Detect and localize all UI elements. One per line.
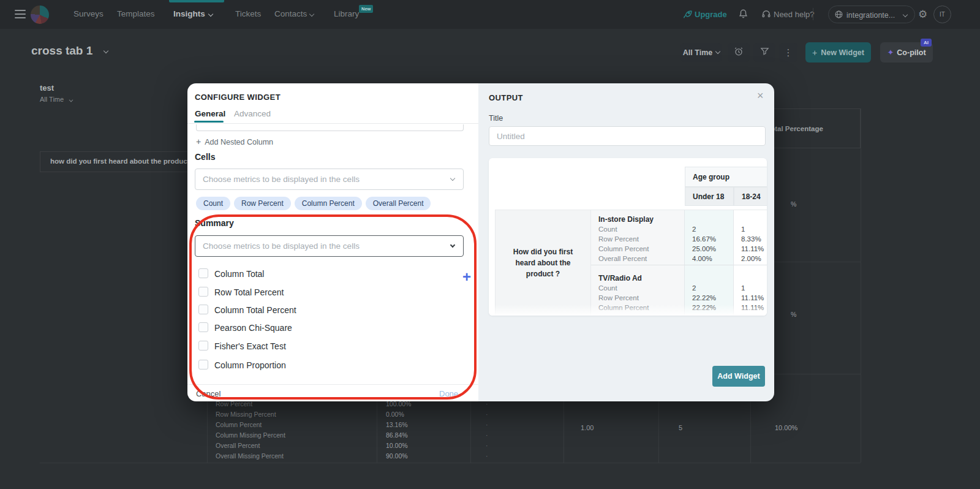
hamburger-menu-icon[interactable]: [15, 10, 26, 18]
row-header-cell: How did you first heard about the produc…: [495, 210, 591, 316]
chevron-down-icon: [715, 48, 720, 53]
cells-metrics-input[interactable]: [195, 175, 451, 184]
upgrade-button[interactable]: Upgrade: [695, 10, 727, 19]
column-header-18-24: 18-24: [742, 192, 761, 201]
app-logo[interactable]: [31, 6, 49, 24]
group-divider: [591, 265, 767, 265]
nav-item-tickets[interactable]: Tickets: [235, 9, 261, 18]
widget-title-field[interactable]: [489, 126, 766, 146]
option-column-proportion[interactable]: Column Proportion: [214, 360, 286, 370]
metric-value: 4.00%: [692, 255, 712, 262]
cancel-button[interactable]: Cancel: [196, 389, 221, 398]
new-badge: New: [359, 5, 373, 13]
add-nested-column-button[interactable]: +Add Nested Column: [196, 136, 273, 147]
crosshair-cursor: +: [462, 268, 471, 286]
account-switcher[interactable]: integrationte...: [828, 6, 915, 23]
bg-row-value: 0.00%: [386, 411, 404, 418]
column-header-cell: 18-24: [734, 187, 767, 206]
checkbox-column-total-percent[interactable]: [198, 305, 208, 314]
bg-merged-value: 5: [679, 424, 682, 431]
new-widget-button[interactable]: + New Widget: [805, 42, 871, 63]
chip-column-percent[interactable]: Column Percent: [295, 197, 362, 210]
bg-row-value: 10.00%: [386, 442, 408, 449]
nav-item-insights[interactable]: Insights: [173, 9, 205, 18]
bg-merged-value: 10.00%: [775, 424, 797, 431]
tab-advanced[interactable]: Advanced: [234, 109, 271, 118]
page-title: cross tab 1: [31, 44, 92, 57]
nav-item-library[interactable]: Library: [334, 9, 359, 18]
metric-label: Count: [598, 226, 617, 233]
bg-question-cell: how did you first heard about the produc…: [40, 151, 197, 172]
summary-metrics-select[interactable]: [195, 235, 464, 257]
chip-row-percent[interactable]: Row Percent: [234, 197, 291, 210]
chip-count[interactable]: Count: [196, 197, 230, 210]
bg-total-percentage-header: Total Percentage: [767, 125, 823, 132]
time-filter-dropdown[interactable]: All Time: [680, 43, 722, 62]
metric-value: 1: [741, 284, 745, 292]
more-options-button[interactable]: ⋮: [779, 43, 797, 62]
checkbox-row-total-percent[interactable]: [198, 287, 208, 297]
metric-value: 11.11%: [741, 245, 764, 252]
account-name: integrationte...: [846, 11, 895, 20]
cells-metrics-select[interactable]: [195, 169, 464, 190]
group-name: TV/Radio Ad: [598, 274, 642, 282]
option-fishers-exact-test[interactable]: Fisher's Exact Test: [214, 341, 286, 351]
widget-time-filter[interactable]: All Time: [40, 96, 64, 103]
option-column-total-percent[interactable]: Column Total Percent: [214, 305, 296, 315]
globe-icon: [834, 10, 843, 21]
checkbox-column-total[interactable]: [198, 268, 208, 278]
bell-icon[interactable]: [738, 9, 748, 21]
option-column-total[interactable]: Column Total: [214, 269, 264, 279]
metric-value: 16.67%: [692, 235, 716, 243]
widget-title-input[interactable]: [489, 132, 765, 141]
chevron-down-icon: [450, 242, 455, 247]
chevron-down-icon: [208, 12, 213, 17]
widget-title: test: [40, 83, 54, 93]
checkbox-fishers-exact-test[interactable]: [198, 341, 208, 351]
summary-metrics-input[interactable]: [195, 241, 451, 251]
done-button[interactable]: Done: [439, 389, 458, 398]
summary-label: Summary: [195, 218, 234, 228]
metric-label: Row Percent: [598, 294, 639, 301]
top-nav: Surveys Templates Insights Tickets Conta…: [0, 0, 980, 29]
bg-row-label: Column Missing Percent: [216, 431, 285, 439]
checkbox-pearson-chi-square[interactable]: [198, 322, 208, 332]
metric-value: 2: [692, 226, 696, 233]
bg-row-label: Column Percent: [216, 421, 262, 428]
bg-row-label: Overall Missing Percent: [216, 452, 284, 460]
checkbox-column-proportion[interactable]: [198, 360, 208, 370]
title-field-label: Title: [489, 114, 503, 123]
option-pearson-chi-square[interactable]: Pearson Chi-Square: [214, 323, 292, 333]
bg-question-text: how did you first heard about the produc…: [50, 157, 189, 165]
chip-overall-percent[interactable]: Overall Percent: [366, 197, 431, 210]
modal-title: CONFIGURE WIDGET: [195, 93, 281, 102]
preview-card: Age group Under 18 18-24 How did you fir…: [489, 158, 767, 316]
app-window: Surveys Templates Insights Tickets Conta…: [0, 0, 980, 489]
active-nav-indicator: [169, 0, 224, 2]
metric-value: 25.00%: [692, 245, 716, 252]
filter-button[interactable]: [753, 43, 775, 62]
tabs-divider: [187, 123, 478, 124]
need-help-button[interactable]: Need help?: [774, 10, 815, 19]
gear-icon[interactable]: ⚙: [918, 8, 927, 21]
chevron-down-icon: [104, 48, 108, 53]
board-title-dropdown[interactable]: cross tab 1: [31, 44, 108, 58]
metric-label: Row Percent: [598, 235, 639, 243]
close-icon[interactable]: ×: [757, 90, 764, 101]
chevron-down-icon: [69, 98, 74, 102]
tab-general[interactable]: General: [195, 109, 225, 118]
copilot-label: Co-pilot: [897, 48, 925, 57]
option-row-total-percent[interactable]: Row Total Percent: [214, 287, 284, 297]
nav-item-contacts[interactable]: Contacts: [274, 9, 307, 18]
nav-item-surveys[interactable]: Surveys: [74, 9, 104, 18]
add-nested-column-label: Add Nested Column: [205, 138, 273, 146]
metric-value: 11.11%: [741, 294, 764, 301]
add-widget-button[interactable]: Add Widget: [712, 366, 765, 387]
avatar[interactable]: IT: [933, 6, 951, 23]
configure-widget-modal: CONFIGURE WIDGET General Advanced +Add N…: [187, 83, 774, 401]
schedule-button[interactable]: [728, 43, 750, 62]
nav-item-templates[interactable]: Templates: [117, 9, 155, 18]
column-header-under-18: Under 18: [693, 192, 724, 201]
time-filter-label: All Time: [683, 48, 712, 57]
sparkle-icon: ✦: [887, 48, 894, 57]
